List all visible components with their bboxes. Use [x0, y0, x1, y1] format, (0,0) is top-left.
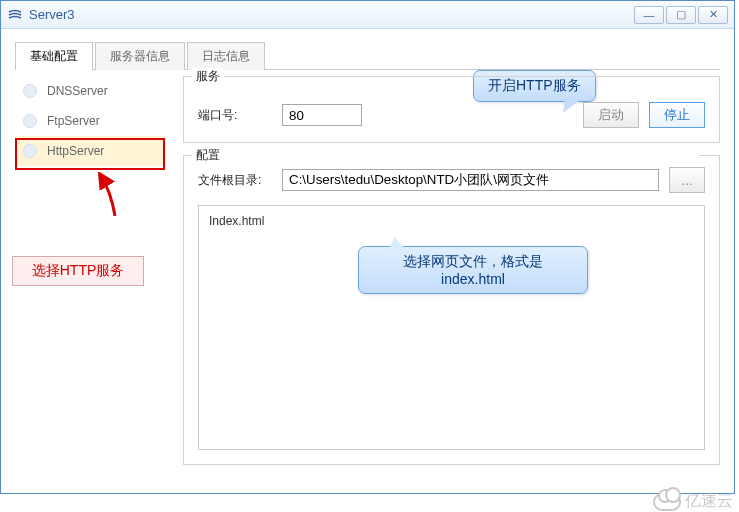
- sidebar-item-dns[interactable]: DNSServer: [15, 76, 165, 106]
- tab-bar: 基础配置 服务器信息 日志信息: [15, 41, 720, 70]
- server-list: DNSServer FtpServer HttpServer 选择HTTP服务: [15, 76, 165, 481]
- annotation-choose-file: 选择网页文件，格式是index.html: [358, 246, 588, 294]
- annotation-select-http: 选择HTTP服务: [12, 256, 144, 286]
- service-legend: 服务: [192, 68, 224, 85]
- start-button[interactable]: 启动: [583, 102, 639, 128]
- titlebar: Server3 — ▢ ✕: [1, 1, 734, 29]
- root-dir-row: 文件根目录: ...: [198, 167, 705, 193]
- file-entry: Index.html: [209, 214, 264, 228]
- service-fieldset: 服务 端口号: 启动 停止: [183, 76, 720, 143]
- file-listing[interactable]: Index.html: [198, 205, 705, 450]
- tab-basic-config[interactable]: 基础配置: [15, 42, 93, 70]
- sidebar-item-label: DNSServer: [47, 84, 108, 98]
- sidebar-item-label: FtpServer: [47, 114, 100, 128]
- close-button[interactable]: ✕: [698, 6, 728, 24]
- main-panel: 开启HTTP服务 服务 端口号: 启动 停止 配置: [183, 76, 720, 481]
- body: DNSServer FtpServer HttpServer 选择HTTP服务: [15, 76, 720, 481]
- window-controls: — ▢ ✕: [634, 6, 728, 24]
- watermark-text: 亿速云: [685, 491, 733, 512]
- port-label: 端口号:: [198, 107, 272, 124]
- sidebar-item-label: HttpServer: [47, 144, 104, 158]
- port-input[interactable]: [282, 104, 362, 126]
- window-title: Server3: [29, 7, 634, 22]
- sidebar-item-http[interactable]: HttpServer: [15, 136, 165, 166]
- tab-server-info[interactable]: 服务器信息: [95, 42, 185, 70]
- port-row: 端口号: 启动 停止: [198, 102, 705, 128]
- root-dir-label: 文件根目录:: [198, 172, 272, 189]
- minimize-button[interactable]: —: [634, 6, 664, 24]
- app-window: Server3 — ▢ ✕ 基础配置 服务器信息 日志信息 DNSServer …: [0, 0, 735, 494]
- maximize-button[interactable]: ▢: [666, 6, 696, 24]
- radio-icon: [23, 114, 37, 128]
- root-dir-input[interactable]: [282, 169, 659, 191]
- cloud-icon: [653, 493, 681, 511]
- annotation-arrow-icon: [85, 172, 125, 222]
- stop-button[interactable]: 停止: [649, 102, 705, 128]
- tab-log-info[interactable]: 日志信息: [187, 42, 265, 70]
- browse-button[interactable]: ...: [669, 167, 705, 193]
- sidebar-item-ftp[interactable]: FtpServer: [15, 106, 165, 136]
- config-legend: 配置: [192, 147, 699, 164]
- radio-icon: [23, 84, 37, 98]
- config-fieldset: 配置 文件根目录: ... Index.html: [183, 155, 720, 465]
- radio-icon: [23, 144, 37, 158]
- content-area: 基础配置 服务器信息 日志信息 DNSServer FtpServer Http…: [1, 29, 734, 493]
- watermark: 亿速云: [653, 491, 733, 512]
- app-icon: [7, 7, 23, 23]
